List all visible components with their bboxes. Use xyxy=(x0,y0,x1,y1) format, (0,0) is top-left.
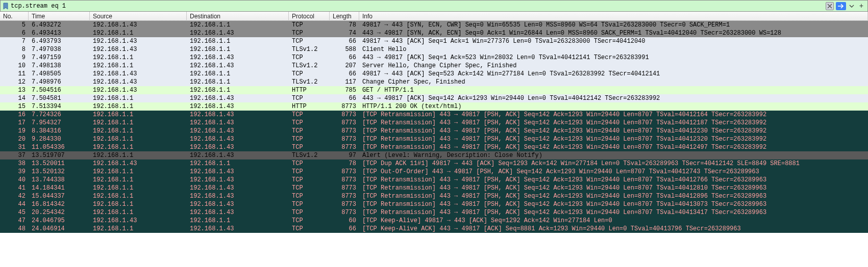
cell-info: [TCP Out-Of-Order] 443 → 49817 [PSH, ACK… xyxy=(359,168,868,176)
cell-info: [TCP Retransmission] 443 → 49817 [PSH, A… xyxy=(359,135,868,143)
packet-row[interactable]: 157.513394192.168.1.1192.168.1.43HTTP877… xyxy=(0,102,868,111)
cell-time: 7.498138 xyxy=(29,62,90,70)
column-header-length[interactable]: Length xyxy=(330,12,359,21)
cell-info: HTTP/1.1 200 OK (text/html) xyxy=(359,102,868,111)
column-header-protocol[interactable]: Protocol xyxy=(289,12,330,21)
cell-protocol: TCP xyxy=(289,119,330,127)
cell-length: 588 xyxy=(330,45,359,54)
cell-no: 20 xyxy=(0,135,29,143)
cell-no: 48 xyxy=(0,225,29,233)
column-header-source[interactable]: Source xyxy=(90,12,187,21)
cell-info: [TCP Retransmission] 443 → 49817 [PSH, A… xyxy=(359,143,868,151)
cell-source: 192.168.1.1 xyxy=(90,111,187,119)
cell-destination: 192.168.1.1 xyxy=(187,78,289,86)
cell-protocol: TCP xyxy=(289,111,330,119)
cell-protocol: TCP xyxy=(289,94,330,102)
packet-row[interactable]: 127.498976192.168.1.43192.168.1.1TLSv1.2… xyxy=(0,78,868,86)
packet-row[interactable]: 87.497038192.168.1.43192.168.1.1TLSv1.25… xyxy=(0,45,868,54)
packet-row[interactable]: 76.493793192.168.1.43192.168.1.1TCP66498… xyxy=(0,37,868,45)
cell-no: 13 xyxy=(0,86,29,94)
column-header-no[interactable]: No. xyxy=(0,12,29,21)
column-header-info[interactable]: Info xyxy=(359,12,868,21)
packet-row[interactable]: 56.493272192.168.1.43192.168.1.1TCP78498… xyxy=(0,21,868,29)
column-header-time[interactable]: Time xyxy=(29,12,90,21)
packet-row[interactable]: 198.384316192.168.1.1192.168.1.43TCP8773… xyxy=(0,127,868,135)
cell-time: 13.520011 xyxy=(29,159,90,168)
packet-row[interactable]: 4215.044337192.168.1.1192.168.1.43TCP877… xyxy=(0,192,868,200)
cell-length: 8773 xyxy=(330,208,359,217)
cell-source: 192.168.1.1 xyxy=(90,119,187,127)
cell-source: 192.168.1.1 xyxy=(90,143,187,151)
packet-row[interactable]: 97.497159192.168.1.1192.168.1.43TCP66443… xyxy=(0,54,868,62)
packet-row[interactable]: 4520.254342192.168.1.1192.168.1.43TCP877… xyxy=(0,208,868,217)
add-filter-expression-icon[interactable]: + xyxy=(857,2,865,10)
cell-destination: 192.168.1.43 xyxy=(187,119,289,127)
cell-source: 192.168.1.1 xyxy=(90,192,187,200)
cell-no: 37 xyxy=(0,151,29,159)
cell-destination: 192.168.1.43 xyxy=(187,54,289,62)
cell-time: 7.954327 xyxy=(29,119,90,127)
cell-protocol: TCP xyxy=(289,184,330,192)
packet-row[interactable]: 107.498138192.168.1.1192.168.1.43TLSv1.2… xyxy=(0,62,868,70)
cell-time: 20.254342 xyxy=(29,208,90,217)
cell-no: 42 xyxy=(0,192,29,200)
packet-row[interactable]: 117.498505192.168.1.43192.168.1.1TCP6649… xyxy=(0,70,868,78)
apply-filter-icon[interactable] xyxy=(836,2,846,10)
packet-row[interactable]: 147.504581192.168.1.1192.168.1.43TCP6644… xyxy=(0,94,868,102)
bookmark-icon[interactable] xyxy=(3,3,9,10)
filter-history-dropdown-icon[interactable] xyxy=(848,2,855,10)
display-filter-bar: + xyxy=(0,0,868,12)
packet-row[interactable]: 66.493413192.168.1.1192.168.1.43TCP74443… xyxy=(0,29,868,37)
cell-time: 8.384316 xyxy=(29,127,90,135)
packet-row[interactable]: 3713.519707192.168.1.1192.168.1.43TLSv1.… xyxy=(0,151,868,159)
packet-row[interactable]: 4114.184341192.168.1.1192.168.1.43TCP877… xyxy=(0,184,868,192)
cell-length: 8773 xyxy=(330,176,359,184)
cell-no: 19 xyxy=(0,127,29,135)
cell-protocol: TCP xyxy=(289,70,330,78)
cell-source: 192.168.1.1 xyxy=(90,176,187,184)
packet-row[interactable]: 4013.744338192.168.1.1192.168.1.43TCP877… xyxy=(0,176,868,184)
packet-row[interactable]: 167.724326192.168.1.1192.168.1.43TCP8773… xyxy=(0,111,868,119)
cell-info: [TCP Retransmission] 443 → 49817 [PSH, A… xyxy=(359,200,868,208)
cell-source: 192.168.1.43 xyxy=(90,70,187,78)
cell-protocol: TCP xyxy=(289,192,330,200)
packet-row[interactable]: 3111.054336192.168.1.1192.168.1.43TCP877… xyxy=(0,143,868,151)
cell-source: 192.168.1.43 xyxy=(90,217,187,225)
cell-destination: 192.168.1.43 xyxy=(187,208,289,217)
cell-length: 8773 xyxy=(330,200,359,208)
cell-source: 192.168.1.1 xyxy=(90,200,187,208)
cell-time: 7.497159 xyxy=(29,54,90,62)
cell-time: 7.497038 xyxy=(29,45,90,54)
packet-row[interactable]: 177.954327192.168.1.1192.168.1.43TCP8773… xyxy=(0,119,868,127)
cell-destination: 192.168.1.43 xyxy=(187,151,289,159)
cell-info: 443 → 49817 [ACK] Seq=142 Ack=1293 Win=2… xyxy=(359,94,868,102)
cell-length: 8773 xyxy=(330,127,359,135)
packet-row[interactable]: 209.284330192.168.1.1192.168.1.43TCP8773… xyxy=(0,135,868,143)
cell-source: 192.168.1.1 xyxy=(90,208,187,217)
cell-length: 60 xyxy=(330,217,359,225)
cell-time: 6.493272 xyxy=(29,21,90,29)
cell-destination: 192.168.1.43 xyxy=(187,192,289,200)
packet-row[interactable]: 3813.520011192.168.1.43192.168.1.1TCP78[… xyxy=(0,159,868,168)
packet-list[interactable]: 56.493272192.168.1.43192.168.1.1TCP78498… xyxy=(0,21,868,233)
cell-time: 13.520132 xyxy=(29,168,90,176)
cell-source: 192.168.1.43 xyxy=(90,86,187,94)
column-header-destination[interactable]: Destination xyxy=(187,12,289,21)
cell-source: 192.168.1.1 xyxy=(90,151,187,159)
cell-time: 6.493413 xyxy=(29,29,90,37)
cell-source: 192.168.1.43 xyxy=(90,45,187,54)
cell-info: [TCP Retransmission] 443 → 49817 [PSH, A… xyxy=(359,119,868,127)
cell-protocol: TCP xyxy=(289,225,330,233)
packet-row[interactable]: 4724.046795192.168.1.43192.168.1.1TCP60[… xyxy=(0,217,868,225)
cell-info: 49817 → 443 [ACK] Seq=523 Ack=142 Win=27… xyxy=(359,70,868,78)
packet-row[interactable]: 3913.520132192.168.1.1192.168.1.43TCP877… xyxy=(0,168,868,176)
clear-filter-icon[interactable] xyxy=(826,2,834,10)
cell-destination: 192.168.1.43 xyxy=(187,111,289,119)
display-filter-input[interactable] xyxy=(11,3,824,10)
packet-row[interactable]: 137.504516192.168.1.43192.168.1.1HTTP785… xyxy=(0,86,868,94)
packet-row[interactable]: 4824.046914192.168.1.1192.168.1.43TCP66[… xyxy=(0,225,868,233)
cell-source: 192.168.1.1 xyxy=(90,94,187,102)
packet-row[interactable]: 4416.814342192.168.1.1192.168.1.43TCP877… xyxy=(0,200,868,208)
cell-destination: 192.168.1.1 xyxy=(187,37,289,45)
cell-time: 7.504581 xyxy=(29,94,90,102)
